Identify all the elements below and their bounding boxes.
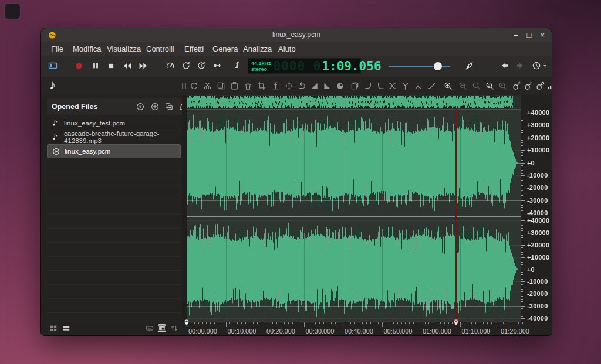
copy-button[interactable] [217,81,225,90]
rewind-button[interactable] [122,61,132,71]
delete-button[interactable] [244,81,252,90]
trim-button[interactable] [257,81,266,90]
miniature-view-button[interactable] [158,324,166,332]
menubar: FileModificaVisualizzaControlliEffettiGe… [41,42,552,56]
zoom-selection-button[interactable] [498,81,507,90]
file-list-empty-row [47,158,181,172]
waveform-canvas[interactable] [182,95,552,322]
file-item[interactable]: linux_easy_test.pcm [47,116,181,130]
sort-files-button[interactable] [170,324,178,332]
pause-button[interactable] [92,62,100,70]
timeline-label: 01:00.000 [423,328,451,335]
add-file-button[interactable] [151,103,159,111]
record-button[interactable] [75,62,83,70]
merge-button[interactable] [414,81,423,90]
refresh-button[interactable] [190,81,198,90]
amplitude-label-ch2: -10000 [527,278,548,285]
file-list-empty-row [47,215,181,229]
zoom-out-button[interactable] [458,81,467,90]
file-list-empty-row [47,299,181,313]
playhead-pin[interactable] [453,318,459,326]
duplicate-file-button[interactable] [165,103,173,111]
move-button[interactable] [285,81,293,90]
file-list-empty-row [47,200,181,215]
volume-slider[interactable] [389,63,450,71]
draw-line-button[interactable] [427,81,436,90]
menu-analizza[interactable]: Analizza [241,43,274,55]
curve-j-button[interactable] [364,81,373,90]
sidebar: Opened Files linux_easy_test.pcmcascade-… [41,95,182,335]
timeline-label: 00:20.000 [266,328,295,335]
close-button[interactable]: × [540,30,545,40]
vertical-zoom-in-button[interactable] [512,81,521,90]
app-note-logo: ♪ [49,77,56,93]
timeline-label: 01:10.000 [462,328,491,335]
titlebar[interactable]: linux_easy.pcm – □ × [41,28,552,42]
amplitude-label-ch2: -40000 [527,315,548,322]
normalize-button[interactable] [336,81,345,90]
stop-button[interactable] [107,62,115,70]
amplify-button[interactable] [271,81,280,90]
zoom-one-to-one-button[interactable]: 1 [485,81,494,90]
menu-visualizza[interactable]: Visualizza [104,43,143,55]
minimize-button[interactable]: – [514,30,518,40]
amplitude-label-ch2: +20000 [527,241,549,249]
vertical-zoom-reset-button[interactable] [536,81,545,90]
amplitude-label-ch1: -10000 [527,172,548,179]
menu-aiuto[interactable]: Aiuto [276,43,298,55]
file-item-selected[interactable]: linux_easy.pcm [47,144,181,158]
menu-effetti[interactable]: Effetti [182,43,206,55]
crossfade-button[interactable] [388,81,397,90]
follow-cursor-button[interactable] [212,61,221,70]
vertical-zoom-out-button[interactable] [524,81,533,90]
fade-out-button[interactable] [323,81,332,90]
grid-view-button[interactable] [49,324,58,332]
app-window: linux_easy.pcm – □ × FileModificaVisuali… [41,28,552,335]
undo-button[interactable] [500,61,509,70]
collapse-button[interactable] [146,324,154,332]
revert-button[interactable] [298,81,306,90]
zoom-free-button[interactable] [472,81,481,90]
split-button[interactable] [401,81,410,90]
maximize-button[interactable]: □ [527,30,532,40]
timeline-label: 01:20.000 [501,328,529,335]
desktop-item[interactable] [5,4,20,19]
selection-start-pin[interactable] [184,318,190,326]
drag-handle-button[interactable] [180,81,188,90]
info-icon[interactable]: i [235,60,242,70]
curve-l-button[interactable] [376,81,385,90]
primary-toolbar: i 44.1kHz stereo 0000 01:09.056 [41,56,552,77]
menu-controlli[interactable]: Controlli [144,43,177,55]
playback-cursor[interactable] [455,109,457,322]
fade-in-button[interactable] [310,81,319,90]
cut-button[interactable] [203,81,212,90]
volume-knob[interactable] [434,62,442,70]
audio-format-label: 44.1kHz stereo [248,60,274,72]
main-view: 00:00.00000:10.00000:20.00000:30.00000:4… [182,95,552,335]
undo-history-caret[interactable] [542,63,548,69]
paste-button[interactable] [230,81,239,90]
loop-selection-button[interactable] [197,61,206,70]
redo-button[interactable] [515,61,525,70]
list-view-button[interactable] [62,324,70,332]
undo-history-button[interactable] [532,61,541,70]
sidebar-toggle-button[interactable] [48,61,58,70]
loop-playback-button[interactable] [181,61,191,70]
menu-file[interactable]: File [49,43,66,55]
zoom-in-button[interactable] [444,81,453,90]
file-list-empty-row [47,243,181,257]
fast-forward-button[interactable] [139,61,148,71]
levels-button[interactable] [547,81,552,90]
edit-pen-button[interactable] [465,61,474,70]
file-list: linux_easy_test.pcmcascade-breathe-futur… [47,116,182,321]
play-speed-button[interactable] [166,61,175,70]
amplitude-label-ch1: -30000 [527,197,548,204]
mix-paste-button[interactable] [350,81,359,90]
file-item[interactable]: cascade-breathe-future-garage-412839.mp3 [47,130,181,144]
menu-genera[interactable]: Genera [210,43,240,55]
amplitude-label-ch2: +40000 [527,217,549,224]
timeline-label: 00:50.000 [384,328,413,335]
timeline-ruler[interactable]: 00:00.00000:10.00000:20.00000:30.00000:4… [182,322,552,335]
menu-modifica[interactable]: Modifica [70,43,103,55]
filter-file-button[interactable] [136,103,144,111]
